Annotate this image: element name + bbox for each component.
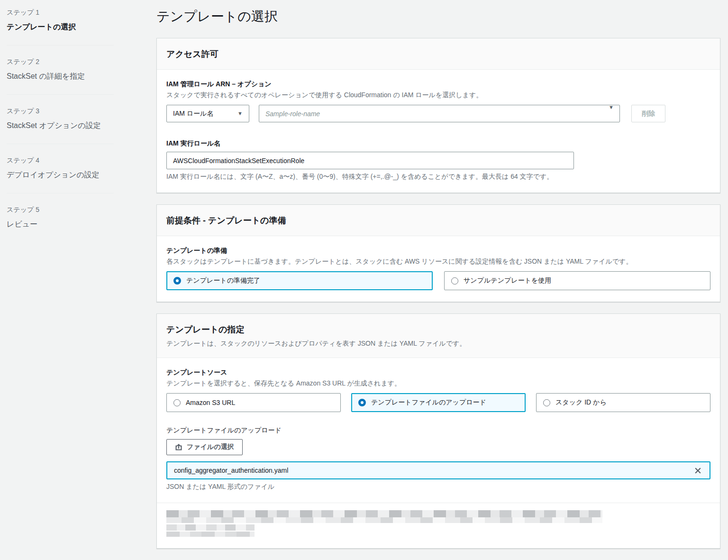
remove-file-button[interactable] (693, 466, 703, 476)
sidebar-step-2[interactable]: ステップ 2 StackSet の詳細を指定 (7, 58, 114, 82)
template-panel-title: テンプレートの指定 (166, 324, 710, 335)
sidebar-step-4[interactable]: ステップ 4 デプロイオプションの設定 (7, 156, 114, 180)
sidebar-step-1[interactable]: ステップ 1 テンプレートの選択 (7, 9, 114, 32)
step-title: デプロイオプションの設定 (7, 170, 114, 180)
template-prepare-label: テンプレートの準備 (166, 247, 710, 255)
wizard-layout: ステップ 1 テンプレートの選択 ステップ 2 StackSet の詳細を指定 … (0, 0, 728, 560)
radio-unselected-icon (451, 277, 458, 285)
upload-file-icon (175, 443, 182, 451)
template-prepare-options: テンプレートの準備完了 サンプルテンプレートを使用 (166, 271, 710, 290)
sidebar-step-3[interactable]: ステップ 3 StackSet オプションの設定 (7, 107, 114, 131)
step-title: StackSet の詳細を指定 (7, 72, 114, 82)
permissions-panel: アクセス許可 IAM 管理ロール ARN – オプション スタックで実行されるす… (156, 38, 720, 193)
prerequisite-panel-body: テンプレートの準備 各スタックはテンプレートに基づきます。テンプレートとは、スタ… (157, 236, 720, 302)
step-number-label: ステップ 4 (7, 156, 114, 165)
template-source-options: Amazon S3 URL テンプレートファイルのアップロード スタック ID … (166, 393, 710, 412)
template-source-label: テンプレートソース (166, 368, 710, 377)
wizard-main: テンプレートの選択 アクセス許可 IAM 管理ロール ARN – オプション ス… (156, 7, 720, 560)
redacted-text-line (166, 524, 255, 537)
step-title: テンプレートの選択 (7, 22, 114, 32)
iam-role-type-select[interactable]: IAM ロール名 ▼ (166, 105, 249, 122)
step-number-label: ステップ 2 (7, 58, 114, 66)
radio-tile-upload-template-file[interactable]: テンプレートファイルのアップロード (351, 393, 526, 412)
step-title: レビュー (7, 220, 114, 230)
prerequisite-panel-header: 前提条件 - テンプレートの準備 (157, 205, 720, 236)
sidebar-step-5[interactable]: ステップ 5 レビュー (7, 206, 114, 230)
template-panel-body: テンプレートソース テンプレートを選択すると、保存先となる Amazon S3 … (157, 358, 720, 548)
radio-selected-icon (358, 399, 366, 406)
radio-tile-label: Amazon S3 URL (186, 399, 235, 406)
choose-file-button[interactable]: ファイルの選択 (166, 439, 243, 455)
step-title: StackSet オプションの設定 (7, 121, 114, 131)
radio-tile-label: サンプルテンプレートを使用 (464, 276, 551, 285)
page-title: テンプレートの選択 (156, 8, 720, 26)
prerequisite-panel: 前提条件 - テンプレートの準備 テンプレートの準備 各スタックはテンプレートに… (156, 204, 720, 302)
panel-section-divider (157, 503, 720, 503)
redacted-text-line (166, 510, 602, 523)
wizard-steps-sidebar: ステップ 1 テンプレートの選択 ステップ 2 StackSet の詳細を指定 … (7, 7, 114, 560)
template-panel: テンプレートの指定 テンプレートは、スタックのリソースおよびプロパティを表す J… (156, 313, 720, 549)
step-number-label: ステップ 3 (7, 107, 114, 116)
chevron-down-icon: ▼ (237, 111, 243, 116)
template-source-description: テンプレートを選択すると、保存先となる Amazon S3 URL が生成されま… (166, 379, 710, 388)
permissions-panel-title: アクセス許可 (166, 48, 710, 60)
radio-tile-amazon-s3-url[interactable]: Amazon S3 URL (166, 393, 341, 412)
close-icon (694, 467, 702, 475)
sidebar-divider (7, 144, 114, 144)
iam-role-name-combo: ▼ (259, 105, 620, 122)
step-number-label: ステップ 5 (7, 206, 114, 214)
redacted-s3-url-region (166, 510, 710, 537)
upload-file-help: JSON または YAML 形式のファイル (166, 483, 710, 491)
radio-unselected-icon (173, 399, 181, 406)
execution-role-input[interactable] (166, 152, 574, 169)
selected-file-name: config_aggregator_authentication.yaml (174, 467, 693, 474)
radio-unselected-icon (543, 399, 550, 406)
sidebar-divider (7, 45, 114, 46)
admin-role-description: スタックで実行されるすべてのオペレーションで使用する CloudFormatio… (166, 91, 710, 100)
permissions-panel-header: アクセス許可 (157, 38, 720, 70)
selected-file-bar: config_aggregator_authentication.yaml (166, 461, 710, 479)
radio-tile-label: テンプレートファイルのアップロード (371, 398, 486, 407)
radio-tile-use-sample-template[interactable]: サンプルテンプレートを使用 (444, 271, 710, 290)
iam-role-type-selected-value: IAM ロール名 (173, 110, 213, 118)
radio-tile-from-stack-id[interactable]: スタック ID から (536, 393, 710, 412)
permissions-panel-body: IAM 管理ロール ARN – オプション スタックで実行されるすべてのオペレー… (157, 70, 720, 193)
radio-tile-label: スタック ID から (555, 398, 607, 407)
template-panel-description: テンプレートは、スタックのリソースおよびプロパティを表す JSON または YA… (166, 339, 710, 348)
remove-role-button[interactable]: 削除 (631, 105, 665, 122)
step-number-label: ステップ 1 (7, 9, 114, 17)
radio-tile-label: テンプレートの準備完了 (186, 276, 260, 285)
sidebar-divider (7, 94, 114, 95)
execution-role-label: IAM 実行ロール名 (166, 139, 710, 148)
radio-selected-icon (173, 277, 181, 285)
prerequisite-panel-title: 前提条件 - テンプレートの準備 (166, 215, 710, 226)
template-prepare-description: 各スタックはテンプレートに基づきます。テンプレートとは、スタックに含む AWS … (166, 257, 710, 266)
radio-tile-template-ready[interactable]: テンプレートの準備完了 (166, 271, 433, 290)
admin-role-row: IAM ロール名 ▼ ▼ 削除 (166, 105, 710, 122)
template-panel-header: テンプレートの指定 テンプレートは、スタックのリソースおよびプロパティを表す J… (157, 314, 720, 358)
choose-file-button-label: ファイルの選択 (187, 443, 234, 451)
sidebar-divider (7, 193, 114, 193)
iam-role-name-input[interactable] (259, 105, 620, 122)
execution-role-help: IAM 実行ロール名には、文字 (A〜Z、a〜z)、番号 (0〜9)、特殊文字 … (166, 173, 710, 181)
upload-template-label: テンプレートファイルのアップロード (166, 426, 710, 435)
admin-role-label: IAM 管理ロール ARN – オプション (166, 80, 710, 89)
